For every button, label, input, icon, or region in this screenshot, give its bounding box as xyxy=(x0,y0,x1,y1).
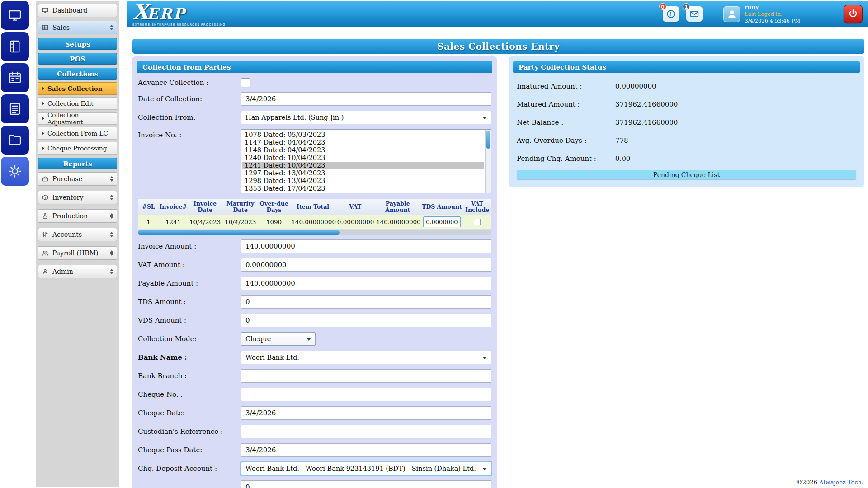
sidebar-item-purchase[interactable]: Purchase xyxy=(38,172,117,186)
sidebar-item-production[interactable]: Production xyxy=(38,209,117,223)
sidebar-item-accounts[interactable]: Accounts xyxy=(38,228,117,241)
sidebar-section-reports[interactable]: Reports xyxy=(38,158,117,169)
cheque-date-label: Cheque Date: xyxy=(138,409,241,417)
sidebar-item-collection-from-lc[interactable]: Collection From LC xyxy=(38,127,117,140)
box-icon xyxy=(42,194,49,201)
tds-amount-cell-input[interactable] xyxy=(423,216,461,227)
invoice-option[interactable]: 1353 Dated: 17/04/2023 xyxy=(242,185,484,192)
custodian-reference-input[interactable] xyxy=(241,425,491,438)
vat-include-checkbox[interactable] xyxy=(474,219,481,225)
form-panel-header: Collection from Parties xyxy=(137,61,492,73)
avg-overdue-days-label: Avg. Overdue Days : xyxy=(517,136,615,145)
messages-button[interactable]: 1 xyxy=(686,6,703,22)
invoice-option[interactable]: 1240 Dated: 10/04/2023 xyxy=(242,154,484,162)
clipped-field-input[interactable] xyxy=(241,480,491,488)
invoice-amount-input[interactable] xyxy=(241,239,491,253)
sidebar-item-label: Purchase xyxy=(52,175,82,183)
sidebar-item-dashboard[interactable]: Dashboard xyxy=(38,4,117,17)
cheque-no-label: Cheque No. : xyxy=(138,390,241,399)
grid-header: Payable Amount xyxy=(375,199,421,215)
ledger-icon[interactable] xyxy=(1,32,29,61)
last-login-label: Last Loged-in: xyxy=(745,11,800,18)
chevron-down-icon xyxy=(482,468,487,470)
payable-amount-input[interactable] xyxy=(241,277,491,290)
collection-mode-select[interactable]: Cheque xyxy=(241,332,316,346)
folder-icon[interactable] xyxy=(1,126,29,155)
cheque-pass-date-input[interactable] xyxy=(241,443,491,457)
tds-amount-input[interactable] xyxy=(241,295,491,309)
invoice-option[interactable]: 1078 Dated: 05/03/2023 xyxy=(242,131,484,139)
chq-deposit-account-value: Woori Bank Ltd. - Woori Bank 923143191 (… xyxy=(245,465,476,472)
grid-header: Invoice Date xyxy=(187,199,222,215)
cheque-date-input[interactable] xyxy=(241,406,491,420)
invoice-option[interactable]: 1147 Dated: 04/04/2023 xyxy=(242,139,484,146)
sidebar-item-inventory[interactable]: Inventory xyxy=(38,191,117,204)
sidebar-item-sales[interactable]: Sales xyxy=(38,21,117,34)
bank-name-dropdown[interactable]: Woori Bank Ltd. xyxy=(241,351,491,364)
alerts-button[interactable]: 0 xyxy=(663,6,679,22)
invoice-option[interactable]: 1297 Dated: 13/04/2023 xyxy=(242,169,484,177)
sidebar-item-cheque-processing[interactable]: Cheque Processing xyxy=(38,142,117,155)
sidebar-section-collections[interactable]: Collections xyxy=(38,68,117,80)
avatar[interactable] xyxy=(723,6,740,22)
sidebar-section-setups[interactable]: Setups xyxy=(38,38,117,50)
pending-chq-amount-label: Pending Chq. Amount : xyxy=(517,155,615,163)
bank-branch-input[interactable] xyxy=(241,369,491,383)
monitor-icon[interactable] xyxy=(1,1,29,30)
sidebar-item-label: Sales xyxy=(52,24,70,31)
sidebar-item-collection-adjustment[interactable]: Collection Adjustment xyxy=(38,112,117,125)
grid-header: VAT xyxy=(336,199,375,215)
chq-deposit-account-dropdown[interactable]: Woori Bank Ltd. - Woori Bank 923143191 (… xyxy=(241,462,491,475)
grid-header: Invoice# xyxy=(159,199,188,215)
chevron-down-icon xyxy=(482,117,487,119)
logo-erp: ERP xyxy=(147,6,186,21)
vds-amount-input[interactable] xyxy=(241,314,491,327)
collection-from-value: Han Apparels Ltd. (Sung Jin ) xyxy=(245,114,344,121)
invoice-amount-label: Invoice Amount : xyxy=(138,242,241,250)
custodian-reference-label: Custodian's Referrence : xyxy=(138,427,241,436)
invoice-listbox[interactable]: 1078 Dated: 05/03/2023 1147 Dated: 04/04… xyxy=(241,129,491,193)
invoice-option[interactable]: 1148 Dated: 04/04/2023 xyxy=(242,146,484,154)
date-of-collection-input[interactable] xyxy=(241,92,491,106)
collection-from-dropdown[interactable]: Han Apparels Ltd. (Sung Jin ) xyxy=(241,111,491,124)
cell-vat: 0.00000000 xyxy=(336,218,375,225)
sidebar-item-collection-edit[interactable]: Collection Edit xyxy=(38,97,117,110)
sidebar-item-label: Admin xyxy=(52,268,73,275)
calendar-icon[interactable] xyxy=(1,63,29,92)
net-balance-value: 371962.41660000 xyxy=(615,118,678,127)
invoice-option[interactable]: 1298 Dated: 13/04/2023 xyxy=(242,177,484,185)
vds-amount-label: VDS Amount : xyxy=(138,316,241,324)
advance-collection-checkbox[interactable] xyxy=(241,78,250,87)
vat-amount-input[interactable] xyxy=(241,258,491,272)
pending-cheque-list-button[interactable]: Pending Cheque List xyxy=(517,170,856,179)
tds-amount-label: TDS Amount : xyxy=(138,298,241,306)
company-link[interactable]: Alwajeez Tech. xyxy=(819,479,863,486)
sidebar-item-sales-collection[interactable]: Sales Collection xyxy=(38,82,117,95)
gear-icon[interactable] xyxy=(1,157,29,186)
app-rail xyxy=(0,1,33,188)
top-header: X ERP EXTREME ENTERPRISE RESOURCES PROCE… xyxy=(127,1,868,27)
cell-maturity-date: 10/4/2023 xyxy=(223,218,258,225)
grid-header: Item Total xyxy=(290,199,336,215)
sidebar-item-admin[interactable]: Admin xyxy=(38,265,117,278)
grid-header: Over-due Days xyxy=(258,199,290,215)
sidebar-item-payroll[interactable]: Payroll (HRM) xyxy=(38,246,117,260)
invoice-option-selected[interactable]: 1241 Dated: 10/04/2023 xyxy=(242,162,484,169)
listbox-scrollbar-thumb[interactable] xyxy=(486,131,490,149)
grid-scrollbar-thumb[interactable] xyxy=(138,230,340,235)
sidebar-section-pos[interactable]: POS xyxy=(38,53,117,65)
grid-horizontal-scrollbar[interactable] xyxy=(138,230,491,235)
cheque-no-input[interactable] xyxy=(241,388,491,401)
listbox-scrollbar[interactable] xyxy=(485,130,491,193)
grid-header: #SL xyxy=(138,199,159,215)
collection-from-label: Collection From: xyxy=(138,113,241,122)
sidebar-item-label: Collection Edit xyxy=(47,100,94,107)
payable-amount-label: Payable Amount : xyxy=(138,279,241,287)
copyright-text: ©2026 xyxy=(797,479,819,486)
chq-deposit-account-label: Chq. Deposit Account : xyxy=(138,465,241,473)
journal-icon[interactable] xyxy=(1,94,29,123)
logout-button[interactable] xyxy=(844,5,863,23)
cell-invoice: 1241 xyxy=(159,218,188,225)
grid-header: VAT Include xyxy=(463,199,491,215)
envelope-icon xyxy=(689,9,699,19)
